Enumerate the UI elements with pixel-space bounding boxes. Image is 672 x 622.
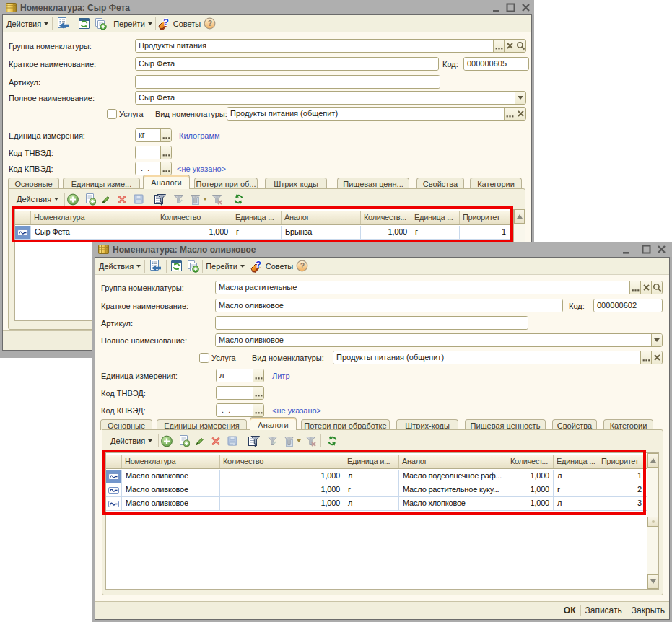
- svg-text:?: ?: [256, 260, 261, 270]
- svg-text:?: ?: [208, 19, 212, 27]
- svg-text:?: ?: [300, 261, 305, 270]
- svg-text:?: ?: [163, 17, 169, 27]
